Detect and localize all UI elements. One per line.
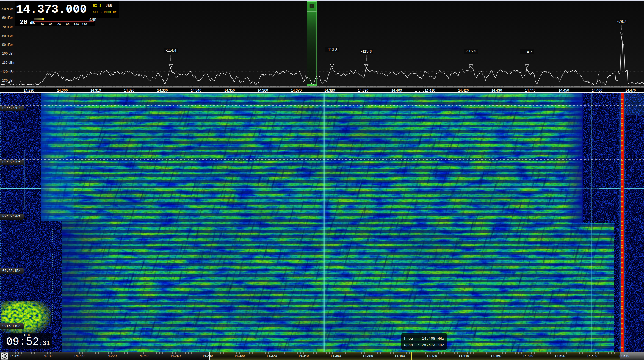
svg-text:-114.4: -114.4 (166, 48, 176, 52)
svg-text:-79.7: -79.7 (617, 19, 626, 24)
svg-text:-114.7: -114.7 (522, 50, 532, 54)
svg-text:-115.3: -115.3 (361, 49, 372, 54)
svg-text:-113.8: -113.8 (327, 48, 338, 52)
svg-text:1: 1 (311, 4, 313, 8)
svg-text:-115.2: -115.2 (466, 49, 476, 53)
